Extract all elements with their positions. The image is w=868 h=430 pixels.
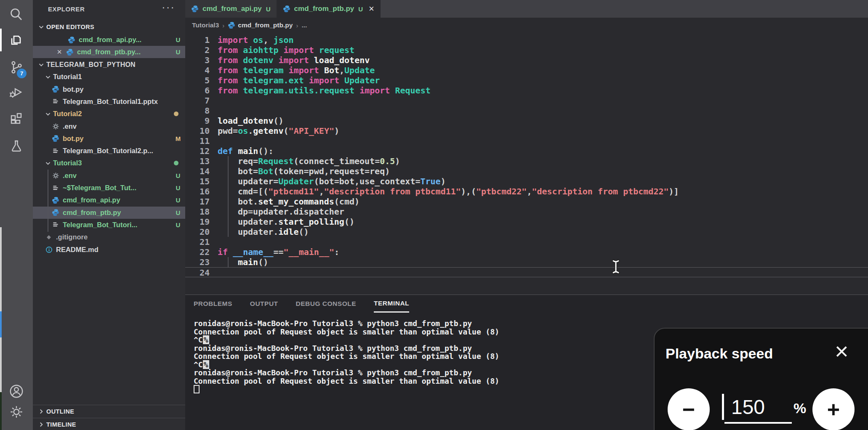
- code-line-7[interactable]: 7: [185, 96, 868, 106]
- root-folder-label: TELEGRAM_BOT_PYTHON: [46, 61, 185, 69]
- code-line-21[interactable]: 21: [185, 237, 868, 247]
- tree-item-telegram-bot-python[interactable]: TELEGRAM_BOT_PYTHON: [33, 58, 185, 71]
- settings-gear-icon[interactable]: [0, 399, 33, 425]
- code-line-5[interactable]: 5from telegram.ext import Updater: [185, 75, 868, 85]
- file-name: cmd_from_ptb.py...: [77, 48, 171, 56]
- panel-tab-problems[interactable]: PROBLEMS: [194, 297, 232, 312]
- tree-item-telegram-bot-tutorial2-p-[interactable]: Telegram_Bot_Tutorial2.p...: [33, 145, 185, 157]
- timeline-section[interactable]: TIMELINE: [33, 418, 185, 430]
- code-line-4[interactable]: 4from telegram import Bot,Update: [185, 65, 868, 75]
- outline-section[interactable]: OUTLINE: [33, 405, 185, 417]
- activity-bar: 7: [0, 0, 33, 430]
- diamond-icon: [45, 233, 53, 242]
- tree-item-tutorial1[interactable]: Tutorial1: [33, 71, 185, 83]
- open-editor-item[interactable]: cmd_from_api.py...U: [33, 34, 185, 46]
- decrease-speed-button[interactable]: −: [668, 388, 710, 430]
- code-line-18[interactable]: 18dp=updater.dispatcher: [185, 207, 868, 217]
- panel-tab-output[interactable]: OUTPUT: [250, 297, 278, 312]
- git-status-badge: U: [266, 5, 271, 13]
- tab-cmd-from-api-py[interactable]: cmd_from_api.pyU: [185, 0, 277, 18]
- tree-item-cmd-from-ptb-py[interactable]: cmd_from_ptb.pyU: [33, 207, 185, 219]
- code-text: [218, 96, 868, 106]
- tree-item-tutorial3[interactable]: Tutorial3: [33, 157, 185, 169]
- item-label: Tutorial2: [53, 110, 174, 118]
- open-editor-item[interactable]: ×cmd_from_ptb.py...U: [33, 46, 185, 58]
- speed-value-field[interactable]: 150: [722, 394, 771, 420]
- code-line-13[interactable]: 13req=Request(connect_timeout=0.5): [185, 156, 868, 166]
- code-text: dp=updater.dispatcher: [218, 207, 868, 217]
- panel-tab-debug-console[interactable]: DEBUG CONSOLE: [296, 297, 356, 312]
- code-line-19[interactable]: 19updater.start_polling(): [185, 217, 868, 227]
- code-line-11[interactable]: 11: [185, 136, 868, 146]
- code-text: import os, json: [218, 35, 868, 45]
- git-status-badge: U: [171, 172, 185, 179]
- chevron-right-icon: [38, 421, 45, 428]
- code-line-3[interactable]: 3from dotenv import load_dotenv: [185, 55, 868, 65]
- code-line-9[interactable]: 9load_dotenv(): [185, 116, 868, 126]
- code-line-10[interactable]: 10pwd=os.getenv("API_KEY"): [185, 126, 868, 136]
- search-icon[interactable]: [0, 2, 33, 28]
- panel-tab-terminal[interactable]: TERMINAL: [374, 297, 409, 313]
- tree-item-telegram-bot-tutori-[interactable]: Telegram_Bot_Tutori...U: [33, 219, 185, 231]
- run-debug-icon[interactable]: [0, 79, 33, 105]
- close-icon[interactable]: ×: [55, 47, 64, 57]
- item-label: README.md: [56, 246, 185, 254]
- item-label: .env: [63, 172, 171, 180]
- speed-value[interactable]: 150: [725, 395, 771, 419]
- item-label: bot.py: [63, 135, 171, 143]
- line-number: 22: [185, 247, 218, 257]
- git-status-badge: U: [171, 36, 185, 43]
- explorer-icon[interactable]: [0, 28, 33, 54]
- tab-label: cmd_from_api.py: [202, 5, 262, 13]
- explorer-sidebar: EXPLORER ··· OPEN EDITORS cmd_from_api.p…: [33, 0, 185, 430]
- code-line-12[interactable]: 12def main():: [185, 146, 868, 156]
- line-number: 14: [185, 166, 218, 176]
- breadcrumb-file[interactable]: cmd_from_ptb.py: [238, 21, 293, 29]
- line-number: 6: [185, 85, 218, 96]
- close-icon[interactable]: ×: [835, 340, 849, 363]
- code-editor[interactable]: 1import os, json2from aiohttp import req…: [185, 33, 868, 297]
- code-line-20[interactable]: 20updater.idle(): [185, 227, 868, 237]
- source-control-icon[interactable]: [0, 55, 33, 81]
- line-number: 3: [185, 55, 218, 65]
- doc-icon: [51, 220, 60, 229]
- code-line-17[interactable]: 17bot.set_my_commands(cmd): [185, 196, 868, 207]
- vscode-window: 7: [0, 0, 868, 430]
- code-line-6[interactable]: 6from telegram.utils.request import Requ…: [185, 85, 868, 96]
- tree-item-tutorial2[interactable]: Tutorial2: [33, 108, 185, 120]
- tree-item--env[interactable]: .envU: [33, 170, 185, 182]
- code-text: main(): [218, 257, 868, 267]
- python-icon: [51, 85, 60, 93]
- open-editors-section[interactable]: OPEN EDITORS: [33, 21, 185, 32]
- breadcrumb-more[interactable]: ...: [301, 21, 307, 29]
- code-line-15[interactable]: 15updater=Updater(bot=bot,use_context=Tr…: [185, 176, 868, 186]
- python-icon: [191, 5, 199, 13]
- tree-item--telegram-bot-tut-[interactable]: ~$Telegram_Bot_Tut...U: [33, 182, 185, 194]
- tree-item-readme-md[interactable]: README.md: [33, 244, 185, 256]
- tree-item--gitignore[interactable]: .gitignore: [33, 231, 185, 243]
- line-number: 10: [185, 126, 218, 136]
- increase-speed-button[interactable]: +: [812, 388, 855, 430]
- tree-item-bot-py[interactable]: bot.pyM: [33, 133, 185, 145]
- code-line-8[interactable]: 8: [185, 106, 868, 116]
- code-line-24[interactable]: 24: [185, 267, 868, 277]
- code-line-14[interactable]: 14bot=Bot(token=pwd,request=req): [185, 166, 868, 176]
- tree-item-cmd-from-api-py[interactable]: cmd_from_api.pyU: [33, 194, 185, 206]
- close-icon[interactable]: ×: [369, 4, 374, 13]
- extensions-icon[interactable]: [0, 105, 33, 131]
- breadcrumb-folder[interactable]: Tutorial3: [192, 21, 219, 29]
- code-line-16[interactable]: 16cmd=[("ptbcmd11","description from ptb…: [185, 186, 868, 196]
- testing-icon[interactable]: [0, 133, 33, 159]
- playback-speed-title: Playback speed: [666, 345, 773, 362]
- tree-item-telegram-bot-tutorial1-pptx[interactable]: Telegram_Bot_Tutorial1.pptx: [33, 96, 185, 108]
- code-line-1[interactable]: 1import os, json: [185, 35, 868, 45]
- text-caret: [722, 394, 724, 420]
- tree-item--env[interactable]: .env: [33, 120, 185, 133]
- code-line-2[interactable]: 2from aiohttp import request: [185, 45, 868, 55]
- tree-item-bot-py[interactable]: bot.py: [33, 83, 185, 96]
- code-line-23[interactable]: 23main(): [185, 257, 868, 267]
- code-line-22[interactable]: 22if __name__=="__main__":: [185, 247, 868, 257]
- tab-cmd-from-ptb-py[interactable]: cmd_from_ptb.pyU×: [277, 0, 381, 18]
- more-actions-icon[interactable]: ···: [162, 1, 175, 14]
- doc-icon: [51, 97, 60, 106]
